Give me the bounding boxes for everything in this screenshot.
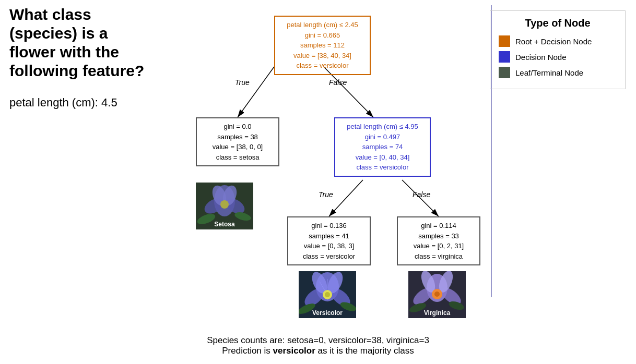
bl-line-2: samples = 41	[292, 231, 366, 241]
legend-item-decision: Decision Node	[499, 51, 617, 63]
bottom-left-leaf: gini = 0.136 samples = 41 value = [0, 38…	[287, 216, 371, 265]
svg-line-3	[329, 180, 363, 216]
setosa-flower-svg: Setosa	[196, 183, 253, 229]
root-line-2: gini = 0.665	[279, 30, 366, 41]
bottom-right-leaf: gini = 0.114 samples = 33 value = [0, 2,…	[397, 216, 480, 265]
bottom-line-1: Species counts are: setosa=0, versicolor…	[0, 335, 636, 346]
tree-container: True False True False petal length (cm) …	[162, 5, 486, 318]
decision-right-line-4: value = [0, 40, 34]	[339, 152, 426, 163]
right-decision-node: petal length (cm) ≤ 4.95 gini = 0.497 sa…	[334, 117, 431, 177]
br-line-1: gini = 0.114	[402, 221, 475, 231]
virginica-flower-svg: Virginica	[408, 271, 466, 318]
bl-line-3: value = [0, 38, 3]	[292, 241, 366, 251]
decision-right-line-5: class = versicolor	[339, 162, 426, 173]
arrow-label-true-2: True	[319, 190, 333, 199]
br-line-3: value = [0, 2, 31]	[402, 241, 475, 251]
bl-line-4: class = versicolor	[292, 251, 366, 262]
legend-color-leaf	[499, 67, 510, 78]
setosa-label: Setosa	[214, 221, 235, 228]
bl-line-1: gini = 0.136	[292, 221, 366, 231]
leaf-left-line-1: gini = 0.0	[201, 122, 274, 132]
feature-text: petal length (cm): 4.5	[9, 96, 156, 110]
versicolor-label: Versicolor	[312, 309, 343, 317]
leaf-left-line-4: class = setosa	[201, 152, 274, 163]
leaf-left-line-3: value = [38, 0, 0]	[201, 142, 274, 152]
root-line-3: samples = 112	[279, 40, 366, 51]
legend-title: Type of Node	[499, 17, 617, 29]
legend-color-decision	[499, 51, 510, 63]
arrow-label-false-1: False	[329, 78, 347, 87]
left-leaf-node: gini = 0.0 samples = 38 value = [38, 0, …	[196, 117, 279, 166]
root-line-1: petal length (cm) ≤ 2.45	[279, 20, 366, 30]
leaf-left-line-2: samples = 38	[201, 132, 274, 142]
bottom-suffix: as it is the majority class	[315, 346, 414, 356]
svg-point-33	[434, 292, 440, 297]
legend-label-root: Root + Decision Node	[515, 37, 592, 46]
root-line-4: value = [38, 40, 34]	[279, 51, 366, 61]
bottom-prefix: Prediction is	[222, 346, 273, 356]
bottom-bold: versicolor	[273, 346, 315, 356]
virginica-label: Virginica	[424, 309, 451, 317]
decision-right-line-3: samples = 74	[339, 142, 426, 152]
versicolor-flower-svg: Versicolor	[299, 271, 356, 318]
arrow-label-false-2: False	[413, 190, 430, 199]
question-text: What class (species) is a flower with th…	[9, 5, 156, 80]
svg-point-11	[220, 200, 229, 209]
root-node: petal length (cm) ≤ 2.45 gini = 0.665 sa…	[274, 16, 371, 75]
decision-right-line-2: gini = 0.497	[339, 132, 426, 142]
legend-label-leaf: Leaf/Terminal Node	[515, 68, 583, 77]
legend: Type of Node Root + Decision Node Decisi…	[490, 10, 626, 89]
versicolor-flower-img: Versicolor	[299, 271, 356, 318]
legend-item-leaf: Leaf/Terminal Node	[499, 67, 617, 78]
svg-point-23	[325, 292, 330, 297]
setosa-flower-img: Setosa	[196, 183, 253, 229]
svg-line-1	[238, 67, 274, 117]
br-line-4: class = virginica	[402, 251, 475, 262]
legend-color-root	[499, 35, 510, 47]
br-line-2: samples = 33	[402, 231, 475, 241]
bottom-line-2: Prediction is versicolor as it is the ma…	[0, 346, 636, 356]
left-panel: What class (species) is a flower with th…	[9, 5, 156, 110]
arrow-label-true-1: True	[235, 78, 250, 87]
legend-label-decision: Decision Node	[515, 53, 567, 62]
bottom-text: Species counts are: setosa=0, versicolor…	[0, 335, 636, 356]
virginica-flower-img: Virginica	[408, 271, 466, 318]
root-line-5: class = versicolor	[279, 60, 366, 71]
decision-right-line-1: petal length (cm) ≤ 4.95	[339, 122, 426, 132]
legend-item-root: Root + Decision Node	[499, 35, 617, 47]
